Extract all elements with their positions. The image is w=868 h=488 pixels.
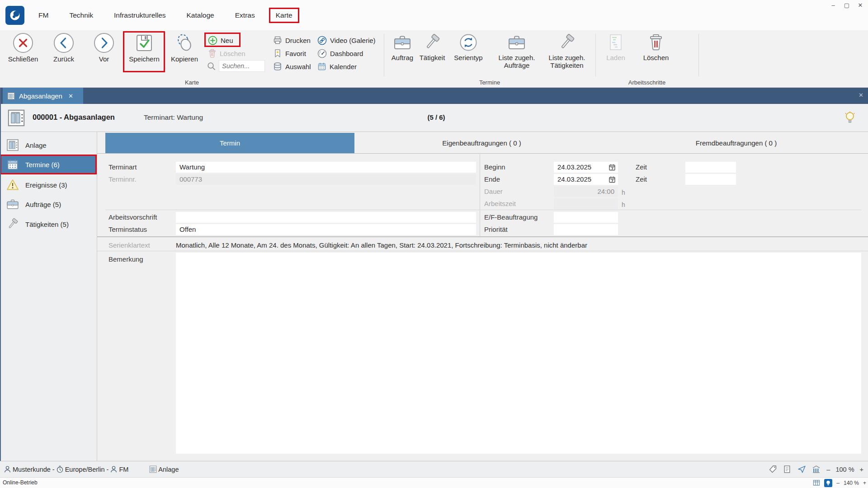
search-input[interactable] xyxy=(219,60,265,72)
ende-field[interactable]: 24.03.2025 xyxy=(554,174,618,185)
document-tab-abgasanlagen[interactable]: Abgasanlagen ✕ xyxy=(3,88,83,104)
print-button[interactable]: Drucken xyxy=(273,34,311,46)
app-zoom-in-button[interactable]: + xyxy=(863,480,866,486)
dashboard-button[interactable]: Dashboard xyxy=(317,47,363,59)
menu-item-infrastrukturelles[interactable]: Infrastrukturelles xyxy=(104,8,176,23)
sidebar-item-taetigkeiten[interactable]: Tätigkeiten (5) xyxy=(1,215,96,234)
favorite-button[interactable]: Favorit xyxy=(273,47,306,59)
copy-button[interactable]: Kopieren xyxy=(165,33,204,63)
tab-underline xyxy=(97,153,868,154)
load-label: Laden xyxy=(606,54,625,61)
note-icon[interactable] xyxy=(783,465,792,474)
status-bar: Musterkunde - Europe/Berlin - FM Anlage xyxy=(0,461,868,477)
back-button[interactable]: Zurück xyxy=(44,33,83,63)
plant-machine-icon xyxy=(7,92,15,100)
zoom-out-button[interactable]: – xyxy=(826,466,830,473)
table-icon[interactable] xyxy=(813,479,820,486)
video-gallery-button[interactable]: Video (Galerie) xyxy=(317,34,376,46)
sidebar-item-label: Tätigkeiten (5) xyxy=(25,221,69,228)
delete-step-button[interactable]: Löschen xyxy=(637,33,675,61)
load-button-disabled[interactable]: Laden xyxy=(598,33,634,61)
delete-button-disabled[interactable]: Löschen xyxy=(208,47,245,59)
series-type-button[interactable]: Serientyp xyxy=(449,33,488,61)
video-gallery-label: Video (Galerie) xyxy=(330,37,376,44)
print-label: Drucken xyxy=(285,37,311,44)
tab-termin[interactable]: Termin xyxy=(105,133,354,153)
video-link-icon xyxy=(317,36,327,45)
sidebar-item-ereignisse[interactable]: Ereignisse (3) xyxy=(1,175,96,194)
beginn-value: 24.03.2025 xyxy=(557,162,591,173)
calendar-button[interactable]: Kalender xyxy=(317,61,357,72)
hint-bulb-icon[interactable] xyxy=(844,111,856,125)
save-button[interactable]: Speichern xyxy=(125,33,164,63)
terminart-field[interactable]: Wartung xyxy=(176,162,476,173)
zeit-beginn-field[interactable] xyxy=(685,162,736,173)
sidebar: Anlage Termine (6) xyxy=(0,132,97,461)
delete-step-label: Löschen xyxy=(643,54,669,61)
ribbon-toolbar: Schließen Zurück Vor Speichern xyxy=(0,30,868,88)
dashboard-label: Dashboard xyxy=(330,50,363,57)
ribbon-separator xyxy=(384,34,384,76)
building-columns-icon[interactable] xyxy=(812,465,821,474)
arbeitsvorschrift-field[interactable] xyxy=(176,212,476,223)
close-card-button[interactable]: Schließen xyxy=(4,33,42,63)
main-menu: FM Technik Infrastrukturelles Kataloge E… xyxy=(28,0,299,30)
sidebar-item-label: Aufträge (5) xyxy=(25,201,61,208)
app-zoom-out-button[interactable]: – xyxy=(836,480,840,486)
zoom-bulb-icon[interactable] xyxy=(824,479,832,487)
selection-button[interactable]: Auswahl xyxy=(273,61,311,72)
list-orders-button[interactable]: Liste zugeh. Aufträge xyxy=(489,33,544,69)
bemerkung-textarea[interactable] xyxy=(176,253,861,454)
menu-item-technik[interactable]: Technik xyxy=(59,8,104,23)
send-icon[interactable] xyxy=(797,465,806,474)
delete-trash-icon xyxy=(647,33,665,52)
zeit-beginn-label: Zeit xyxy=(636,162,647,173)
user-icon xyxy=(110,465,118,473)
app-logo-icon[interactable] xyxy=(5,6,24,25)
menu-item-extras[interactable]: Extras xyxy=(225,8,265,23)
prioritaet-field[interactable] xyxy=(554,224,618,235)
ef-beauftragung-field[interactable] xyxy=(554,212,618,223)
menu-item-kataloge[interactable]: Kataloge xyxy=(176,8,225,23)
card-zoom-control: – 100 % + xyxy=(826,466,863,473)
window-edge xyxy=(0,88,1,477)
tab-eigenbeauftragungen[interactable]: Eigenbeauftragungen ( 0 ) xyxy=(354,133,609,153)
beginn-field[interactable]: 24.03.2025 xyxy=(554,162,618,173)
beginn-label: Beginn xyxy=(484,162,505,173)
zeit-ende-field[interactable] xyxy=(685,174,736,185)
arbeitszeit-field xyxy=(554,198,618,209)
datepicker-icon[interactable] xyxy=(609,176,616,183)
sidebar-item-anlage[interactable]: Anlage xyxy=(1,136,96,155)
sidebar-item-auftraege[interactable]: Aufträge (5) xyxy=(1,195,96,214)
ef-beauftragung-label: E/F-Beauftragung xyxy=(484,212,538,223)
app-zoom-value: 140 % xyxy=(844,480,859,486)
series-type-label: Serientyp xyxy=(454,54,482,61)
terminstatus-field[interactable]: Offen xyxy=(176,224,476,235)
serienklartext-value: Monatlich, Alle 12 Monate, Am 24. des Mo… xyxy=(176,240,587,251)
plant-machine-icon xyxy=(149,465,157,473)
save-icon xyxy=(134,33,155,53)
record-pager: (5 / 6) xyxy=(407,113,466,121)
tab-label: Eigenbeauftragungen ( 0 ) xyxy=(442,139,521,147)
zoom-in-button[interactable]: + xyxy=(860,466,863,473)
maximize-button[interactable]: ▢ xyxy=(842,2,852,9)
activity-hammer-icon xyxy=(423,33,441,52)
forward-button[interactable]: Vor xyxy=(85,33,123,63)
ribbon-separator xyxy=(595,34,596,76)
order-button[interactable]: Auftrag xyxy=(386,33,419,61)
datepicker-icon[interactable] xyxy=(609,164,616,171)
tab-close-icon[interactable]: ✕ xyxy=(68,93,73,99)
new-button[interactable]: Neu xyxy=(208,34,233,46)
activity-button[interactable]: Tätigkeit xyxy=(415,33,449,61)
close-window-button[interactable]: ✕ xyxy=(855,2,865,9)
tag-icon[interactable] xyxy=(769,465,777,474)
sidebar-item-termine[interactable]: Termine (6) xyxy=(0,155,97,174)
menu-item-fm[interactable]: FM xyxy=(28,8,59,23)
menu-item-karte[interactable]: Karte xyxy=(269,8,299,23)
status-customer: Musterkunde - xyxy=(13,466,55,473)
minimize-button[interactable]: – xyxy=(828,2,838,9)
strip-close-icon[interactable]: ✕ xyxy=(859,92,863,99)
list-activities-button[interactable]: Liste zugeh. Tätigkeiten xyxy=(542,33,592,69)
tab-fremdbeauftragungen[interactable]: Fremdbeauftragungen ( 0 ) xyxy=(609,133,863,153)
form-rule xyxy=(105,210,861,210)
